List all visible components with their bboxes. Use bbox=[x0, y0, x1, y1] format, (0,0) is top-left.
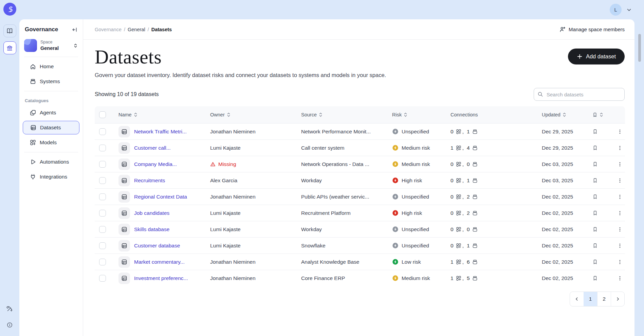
connections-cell: 0 , 0 bbox=[450, 161, 542, 167]
dataset-name-link[interactable]: Job candidates bbox=[134, 210, 169, 216]
row-menu-button[interactable] bbox=[614, 194, 625, 200]
column-header-owner[interactable]: Owner bbox=[210, 112, 301, 117]
dataset-name-link[interactable]: Recruitments bbox=[134, 178, 165, 184]
row-checkbox[interactable] bbox=[99, 145, 106, 151]
row-menu-button[interactable] bbox=[614, 259, 625, 265]
row-checkbox[interactable] bbox=[99, 193, 106, 200]
manage-space-members-button[interactable]: Manage space members bbox=[559, 26, 625, 33]
add-dataset-button[interactable]: Add dataset bbox=[568, 49, 625, 64]
row-menu-button[interactable] bbox=[614, 243, 625, 248]
connections-cell: 1 , 6 bbox=[450, 259, 542, 265]
table-row[interactable]: Customer call... Lumi Kajaste Call cente… bbox=[95, 139, 625, 156]
row-menu-button[interactable] bbox=[614, 276, 625, 281]
table-row[interactable]: Customer database Lumi Kajaste Snowflake… bbox=[95, 237, 625, 254]
column-header-label: Connections bbox=[450, 112, 478, 117]
dataset-name-link[interactable]: Customer call... bbox=[134, 145, 171, 151]
row-menu-button[interactable] bbox=[614, 178, 625, 183]
integrations-icon bbox=[30, 174, 36, 180]
sidebar-collapse-button[interactable] bbox=[72, 27, 77, 33]
pagination-page-1[interactable]: 1 bbox=[584, 292, 597, 306]
dataset-name-link[interactable]: Investment preferenc... bbox=[134, 275, 188, 281]
pagination-prev-button[interactable] bbox=[570, 292, 584, 306]
row-menu-button[interactable] bbox=[614, 227, 625, 232]
risk-bolt-icon bbox=[392, 259, 399, 265]
breadcrumb-separator: / bbox=[124, 27, 125, 32]
table-row[interactable]: Market commentary... Jonathan Nieminen A… bbox=[95, 254, 625, 270]
row-menu-button[interactable] bbox=[614, 145, 625, 151]
risk-badge: Medium risk bbox=[392, 275, 450, 281]
sidebar-item-systems[interactable]: Systems bbox=[19, 74, 83, 89]
sidebar-item-automations[interactable]: Automations bbox=[19, 154, 83, 169]
sidebar-item-datasets[interactable]: Datasets bbox=[23, 121, 79, 134]
row-menu-button[interactable] bbox=[614, 129, 625, 134]
app-logo[interactable] bbox=[3, 3, 16, 16]
column-header-risk[interactable]: Risk bbox=[392, 112, 450, 117]
bookmark-button[interactable] bbox=[592, 194, 614, 200]
bookmark-button[interactable] bbox=[592, 178, 614, 183]
bookmark-button[interactable] bbox=[592, 227, 614, 232]
dataset-name-link[interactable]: Company Media... bbox=[134, 161, 177, 167]
table-row[interactable]: Skills database Lumi Kajaste Workday Uns… bbox=[95, 221, 625, 237]
table-row[interactable]: Regional Context Data Jonathan Nieminen … bbox=[95, 188, 625, 205]
bookmark-button[interactable] bbox=[592, 129, 614, 134]
table-row[interactable]: Job candidates Lumi Kajaste Recruitment … bbox=[95, 205, 625, 221]
models-count: 0 bbox=[450, 226, 454, 232]
row-checkbox[interactable] bbox=[99, 226, 106, 233]
tools-button[interactable] bbox=[3, 302, 16, 315]
table-row[interactable]: Recruitments Alex Garcia Workday High ri… bbox=[95, 172, 625, 188]
dataset-name-link[interactable]: Regional Context Data bbox=[134, 194, 187, 200]
connections-cell: 0 , 1 bbox=[450, 243, 542, 249]
row-checkbox[interactable] bbox=[99, 242, 106, 249]
table-row[interactable]: Investment preferenc... Jonathan Niemine… bbox=[95, 270, 625, 286]
bookmark-button[interactable] bbox=[592, 259, 614, 265]
knowledge-book-button[interactable] bbox=[3, 24, 16, 37]
row-checkbox[interactable] bbox=[99, 128, 106, 135]
sidebar-item-home[interactable]: Home bbox=[19, 59, 83, 74]
table-row[interactable]: Network Traffic Metri... Jonathan Niemin… bbox=[95, 123, 625, 139]
pagination-next-button[interactable] bbox=[611, 292, 624, 306]
space-switcher[interactable]: Space General bbox=[24, 39, 78, 52]
bookmark-button[interactable] bbox=[592, 162, 614, 167]
row-checkbox[interactable] bbox=[99, 161, 106, 168]
owner-missing-label: Missing bbox=[218, 161, 236, 167]
sidebar-item-agents[interactable]: Agents bbox=[19, 105, 83, 120]
source-cell: Recruitment Platform bbox=[301, 210, 392, 216]
dataset-name-link[interactable]: Market commentary... bbox=[134, 259, 185, 265]
row-checkbox[interactable] bbox=[99, 259, 106, 265]
dataset-name-link[interactable]: Customer database bbox=[134, 243, 180, 249]
models-icon bbox=[456, 243, 461, 248]
pagination-page-2[interactable]: 2 bbox=[597, 292, 611, 306]
sidebar-item-models[interactable]: Models bbox=[19, 135, 83, 150]
bookmark-button[interactable] bbox=[592, 243, 614, 248]
breadcrumb-root[interactable]: Governance bbox=[95, 27, 122, 32]
sidebar-item-integrations[interactable]: Integrations bbox=[19, 169, 83, 184]
kebab-icon bbox=[617, 178, 623, 183]
avatar[interactable]: L bbox=[610, 4, 622, 16]
bookmark-button[interactable] bbox=[592, 145, 614, 151]
table-row[interactable]: Company Media... Missing Network Operati… bbox=[95, 156, 625, 172]
search-input[interactable] bbox=[534, 88, 625, 101]
dataset-name-link[interactable]: Skills database bbox=[134, 226, 169, 232]
page-scrollbar-thumb[interactable] bbox=[638, 34, 641, 62]
row-menu-button[interactable] bbox=[614, 162, 625, 167]
models-count: 1 bbox=[450, 275, 454, 281]
column-header-name[interactable]: Name bbox=[110, 112, 210, 117]
info-button[interactable] bbox=[3, 318, 16, 331]
row-checkbox[interactable] bbox=[99, 275, 106, 282]
breadcrumb-space[interactable]: General bbox=[128, 27, 145, 32]
column-header-bookmark[interactable] bbox=[592, 112, 614, 117]
governance-bank-button[interactable] bbox=[3, 41, 16, 54]
source-cell: Workday bbox=[301, 226, 392, 232]
column-header-source[interactable]: Source bbox=[301, 112, 392, 117]
bookmark-button[interactable] bbox=[592, 276, 614, 281]
owner-cell: Alex Garcia bbox=[210, 178, 301, 184]
account-menu-button[interactable] bbox=[626, 7, 632, 13]
select-all-checkbox[interactable] bbox=[99, 111, 106, 118]
row-menu-button[interactable] bbox=[614, 210, 625, 216]
dataset-name-link[interactable]: Network Traffic Metri... bbox=[134, 129, 187, 135]
updated-cell: Dec 02, 2025 bbox=[542, 243, 592, 249]
row-checkbox[interactable] bbox=[99, 177, 106, 184]
column-header-updated[interactable]: Updated bbox=[542, 112, 592, 117]
bookmark-button[interactable] bbox=[592, 210, 614, 216]
row-checkbox[interactable] bbox=[99, 210, 106, 217]
